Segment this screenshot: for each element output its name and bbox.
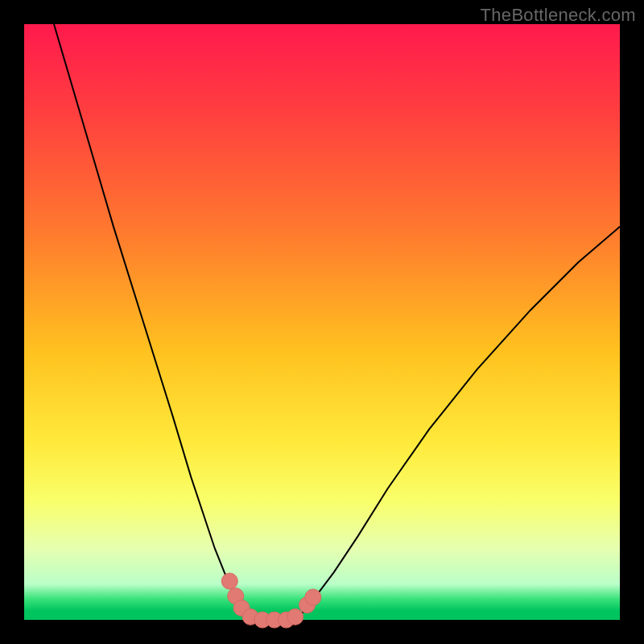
chart-stage: TheBottleneck.com — [0, 0, 644, 644]
plot-area — [24, 24, 620, 620]
basin-markers — [24, 24, 620, 620]
basin-marker — [305, 589, 321, 605]
basin-marker — [287, 609, 303, 625]
attribution-watermark: TheBottleneck.com — [481, 5, 636, 26]
basin-marker — [221, 573, 237, 589]
